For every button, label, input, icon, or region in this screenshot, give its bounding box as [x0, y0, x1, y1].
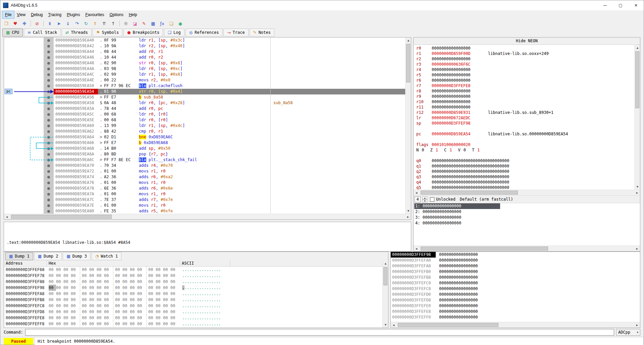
dump-byte[interactable]: 00: [122, 285, 130, 291]
dump-byte[interactable]: 00: [104, 297, 111, 303]
dump-byte[interactable]: 00: [170, 309, 178, 315]
scrollbar-track[interactable]: [635, 51, 640, 184]
breakpoint-dot[interactable]: [47, 119, 50, 122]
register-row-r5[interactable]: r50000000000000000: [414, 72, 634, 78]
disasm-row[interactable]: 00000000D859EA48.02 90str r0, [sp, #0x8]: [4, 60, 405, 66]
breakpoint-dot[interactable]: [47, 62, 50, 65]
disasm-row[interactable]: 00000000D859EA66>FF E7b 0xD859EA68: [4, 140, 405, 146]
scroll-down-button[interactable]: ▼: [406, 208, 411, 214]
register-row-lr[interactable]: lr00000000D672AEDC: [414, 115, 634, 121]
disasm-row[interactable]: 00000000D859EA56>FF E7b sub_8a58: [4, 94, 405, 100]
dump-byte[interactable]: 00: [156, 315, 163, 321]
argument-row[interactable]: 2: 0000000000000000: [414, 209, 640, 215]
breakpoint-dot[interactable]: [47, 199, 50, 201]
dump-byte[interactable]: 00: [130, 291, 137, 297]
dump-byte[interactable]: 00: [130, 267, 137, 273]
dump-byte[interactable]: 00: [137, 309, 145, 315]
tab-call-stack[interactable]: ≡Call Stack: [24, 28, 61, 37]
scroll-left-button[interactable]: ◀: [391, 322, 396, 328]
dump-byte[interactable]: 00: [122, 309, 130, 315]
dump-byte[interactable]: 00: [49, 267, 56, 273]
registers-vertical-scrollbar[interactable]: ▲▼: [634, 45, 640, 190]
dump-byte[interactable]: 00: [137, 303, 145, 309]
dump-byte[interactable]: 00: [122, 321, 130, 327]
dump-byte[interactable]: 00: [71, 297, 78, 303]
dump-byte[interactable]: 00: [115, 321, 122, 327]
dump-byte[interactable]: 00: [89, 309, 97, 315]
dump-byte[interactable]: 00: [71, 291, 78, 297]
dump-row[interactable]: 00000000D3FFEF98000000000000000000000000…: [4, 285, 382, 291]
disasm-row[interactable]: 00000000D859EA4A.03 98ldr r0, [sp, #0xc]: [4, 66, 405, 72]
dump-header-hex[interactable]: Hex: [47, 261, 180, 266]
dump-byte[interactable]: 00: [156, 273, 163, 279]
dump-byte[interactable]: 00: [82, 273, 89, 279]
dump-byte[interactable]: 00: [170, 303, 178, 309]
scroll-right-button[interactable]: ▶: [634, 246, 640, 252]
dump-byte[interactable]: 00: [63, 279, 71, 285]
dump-byte[interactable]: 00: [104, 291, 111, 297]
breakpoint-dot[interactable]: [47, 56, 50, 59]
breakpoint-dot[interactable]: [47, 90, 50, 93]
dump-row[interactable]: 00000000D3FFEF88000000000000000000000000…: [4, 279, 382, 285]
dump-byte[interactable]: 00: [115, 315, 122, 321]
scrollbar-thumb[interactable]: [406, 44, 410, 82]
register-row-r8[interactable]: r80000000000000000: [414, 88, 634, 94]
disasm-row[interactable]: 00000000D859EA78.6E 36adds r6, #0x6e: [4, 186, 405, 191]
dump-byte[interactable]: 00: [156, 297, 163, 303]
hide-neon-button[interactable]: Hide NEON: [414, 38, 640, 45]
dump-byte[interactable]: 00: [156, 321, 163, 327]
register-row-r4[interactable]: r40000000000000000: [414, 67, 634, 72]
dump-byte[interactable]: 00: [122, 267, 130, 273]
dump-byte[interactable]: 00: [63, 273, 71, 279]
memory-map-button[interactable]: ▦: [149, 20, 157, 27]
disasm-row[interactable]: 00000000D859EA74.A2 36adds r6, #0xa2: [4, 174, 405, 180]
scrollbar-track[interactable]: [396, 322, 634, 328]
dump-byte[interactable]: 00: [163, 279, 170, 285]
menu-item-tracing[interactable]: Tracing: [46, 11, 64, 18]
dump-byte[interactable]: 00: [130, 309, 137, 315]
menu-item-debug[interactable]: Debug: [28, 11, 45, 18]
disasm-row[interactable]: 00000000D859EA70.70 34adds r4, #0x70: [4, 163, 405, 168]
scroll-up-button[interactable]: ▲: [635, 45, 640, 51]
breakpoint-dot[interactable]: [47, 147, 50, 150]
dump-vertical-scrollbar[interactable]: ▲▼: [382, 261, 388, 328]
dump-byte[interactable]: 00: [56, 315, 63, 321]
execute-till-return-button[interactable]: ↑: [109, 20, 117, 27]
breakpoint-dot[interactable]: [47, 153, 50, 156]
stack-row[interactable]: 00000000D3FFEFB00000000000000000: [391, 269, 640, 275]
dump-byte[interactable]: 00: [148, 285, 156, 291]
dump-byte[interactable]: 00: [104, 273, 111, 279]
breakpoint-dot[interactable]: [47, 142, 50, 144]
dump-byte[interactable]: 00: [122, 273, 130, 279]
register-row-r0[interactable]: r00000000000000000: [414, 46, 634, 51]
dump-byte[interactable]: 00: [49, 291, 56, 297]
breakpoint-dot[interactable]: [47, 51, 50, 53]
dump-byte[interactable]: 00: [130, 303, 137, 309]
assemble-button[interactable]: ✎: [140, 20, 148, 27]
dump-byte[interactable]: 00: [115, 297, 122, 303]
breakpoint-dot[interactable]: [47, 176, 50, 179]
breakpoint-dot[interactable]: [47, 68, 50, 70]
breakpoint-dot[interactable]: [47, 193, 50, 196]
dump-byte[interactable]: 00: [82, 267, 89, 273]
scrollbar-track[interactable]: [419, 190, 634, 195]
dump-byte[interactable]: 00: [130, 273, 137, 279]
dump-byte[interactable]: 00: [82, 321, 89, 327]
dump-byte[interactable]: 00: [130, 315, 137, 321]
scrollbar-thumb[interactable]: [11, 215, 112, 219]
dump-byte[interactable]: 00: [148, 309, 156, 315]
dump-byte[interactable]: 00: [89, 297, 97, 303]
dump-byte[interactable]: 00: [56, 303, 63, 309]
dump-byte[interactable]: 00: [156, 303, 163, 309]
dump-byte[interactable]: 00: [148, 321, 156, 327]
dump-byte[interactable]: 00: [89, 291, 97, 297]
dump-row[interactable]: 00000000D3FFEFC8000000000000000000000000…: [4, 303, 382, 309]
dump-byte[interactable]: 00: [148, 297, 156, 303]
dump-byte[interactable]: 00: [163, 303, 170, 309]
dump-byte[interactable]: 00: [163, 285, 170, 291]
dump-row[interactable]: 00000000D3FFEFD8000000000000000000000000…: [4, 309, 382, 315]
dump-byte[interactable]: 00: [170, 285, 178, 291]
dump-byte[interactable]: 00: [148, 315, 156, 321]
dump-byte[interactable]: 00: [115, 285, 122, 291]
dump-row[interactable]: 00000000D3FFEFB8000000000000000000000000…: [4, 297, 382, 303]
